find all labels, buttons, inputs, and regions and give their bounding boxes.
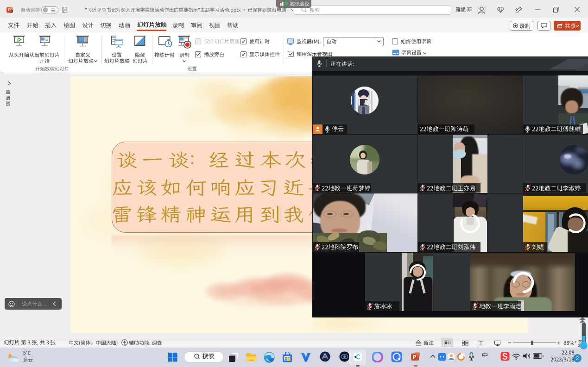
svg-text:2: 2 — [576, 355, 579, 361]
svg-text:P: P — [413, 354, 416, 360]
svg-text:P: P — [8, 7, 11, 12]
